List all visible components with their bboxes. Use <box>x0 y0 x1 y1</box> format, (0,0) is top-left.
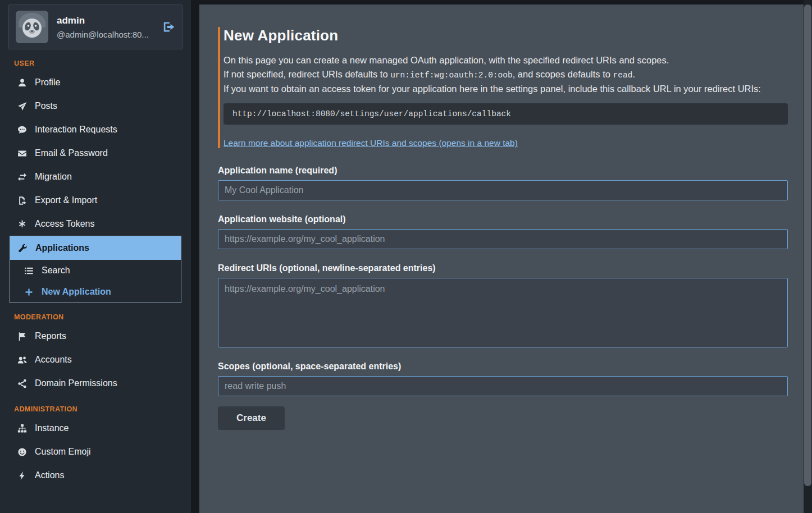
sidebar-item-label: Reports <box>35 331 66 341</box>
sidebar-item-label: Posts <box>35 101 57 111</box>
user-name: admin <box>57 15 149 26</box>
section-header-moderation: MODERATION <box>14 313 191 321</box>
plus-icon <box>24 287 34 297</box>
sidebar-item-label: Domain Permissions <box>35 378 117 388</box>
create-button[interactable]: Create <box>218 406 285 430</box>
user-icon <box>17 78 28 88</box>
scopes-input[interactable] <box>218 376 788 396</box>
scopes-label: Scopes (optional, space-separated entrie… <box>218 361 788 372</box>
sidebar-item-label: Applications <box>35 243 89 253</box>
sidebar-item-label: Instance <box>35 423 69 433</box>
main-wrap: New Application On this page you can cre… <box>191 0 812 513</box>
sidebar-item-profile[interactable]: Profile <box>0 71 191 94</box>
token-icon <box>17 219 28 229</box>
vertical-scrollbar[interactable] <box>804 0 812 513</box>
sidebar-item-reports[interactable]: Reports <box>0 324 191 348</box>
sidebar-item-applications[interactable]: Applications <box>10 236 181 260</box>
envelope-icon <box>17 149 28 158</box>
settings-page: admin @admin@localhost:80... USER Profil… <box>0 0 812 513</box>
sidebar-item-label: Accounts <box>35 355 72 365</box>
comment-icon <box>17 125 28 135</box>
application-name-label: Application name (required) <box>218 166 788 176</box>
learn-more-link[interactable]: Learn more about application redirect UR… <box>223 138 518 148</box>
applications-group: Applications Search New Application <box>10 236 181 303</box>
section-header-administration: ADMINISTRATION <box>14 405 191 413</box>
flag-icon <box>17 332 28 341</box>
sidebar-item-label: Email & Password <box>35 148 108 158</box>
main-panel: New Application On this page you can cre… <box>199 4 804 513</box>
sidebar-subitem-search[interactable]: Search <box>10 260 181 281</box>
sidebar-item-domain-permissions[interactable]: Domain Permissions <box>0 372 191 395</box>
intro-line2: If not specified, redirect URIs defaults… <box>223 67 788 83</box>
bolt-icon <box>17 471 28 480</box>
sidebar-item-export-import[interactable]: Export & Import <box>0 189 191 212</box>
page-title: New Application <box>223 27 788 44</box>
sidebar-item-interaction-requests[interactable]: Interaction Requests <box>0 118 191 141</box>
transfer-arrows-icon <box>17 172 28 182</box>
file-export-icon <box>17 196 28 205</box>
paper-plane-icon <box>17 102 28 111</box>
sidebar-section-user: USER Profile Posts Interaction Requests … <box>0 59 191 303</box>
sidebar: admin @admin@localhost:80... USER Profil… <box>0 0 191 513</box>
sidebar-item-label: Access Tokens <box>35 219 94 229</box>
sidebar-item-access-tokens[interactable]: Access Tokens <box>0 212 191 236</box>
intro-line2-suffix: . <box>632 69 635 79</box>
redirect-uris-textarea[interactable] <box>218 278 788 347</box>
users-icon <box>17 355 28 365</box>
application-website-input[interactable] <box>218 229 788 249</box>
sidebar-item-label: Actions <box>35 470 64 480</box>
sidebar-item-label: Interaction Requests <box>35 125 117 135</box>
callback-url-code: http://localhost:8080/settings/user/appl… <box>223 103 788 125</box>
sidebar-item-label: Export & Import <box>35 195 97 205</box>
user-info: admin @admin@localhost:80... <box>57 15 149 39</box>
application-name-input[interactable] <box>218 180 788 200</box>
sidebar-item-actions[interactable]: Actions <box>0 464 191 487</box>
intro-line3: If you want to obtain an access token fo… <box>223 82 788 96</box>
sitemap-icon <box>17 424 28 433</box>
sidebar-subitem-new-application[interactable]: New Application <box>10 281 181 303</box>
sidebar-item-accounts[interactable]: Accounts <box>0 348 191 372</box>
sidebar-subitem-label: New Application <box>42 287 111 297</box>
sidebar-item-migration[interactable]: Migration <box>0 165 191 189</box>
sidebar-item-email-password[interactable]: Email & Password <box>0 141 191 165</box>
user-handle: @admin@localhost:80... <box>57 30 149 39</box>
sidebar-item-label: Profile <box>35 77 60 88</box>
intro-line1: On this page you can create a new manage… <box>223 53 788 67</box>
applications-submenu: Search New Application <box>10 260 181 303</box>
sidebar-section-moderation: MODERATION Reports Accounts Domain Permi… <box>0 313 191 395</box>
sidebar-item-posts[interactable]: Posts <box>0 94 191 118</box>
sidebar-item-instance[interactable]: Instance <box>0 416 191 440</box>
intro-line2-mid: , and scopes defaults to <box>513 69 613 79</box>
sidebar-item-custom-emoji[interactable]: Custom Emoji <box>0 440 191 464</box>
redirect-uris-label: Redirect URIs (optional, newline-separat… <box>218 263 788 273</box>
intro-line2-prefix: If not specified, redirect URIs defaults… <box>223 69 390 79</box>
smiley-icon <box>17 447 28 457</box>
section-header-user: USER <box>14 59 191 67</box>
sidebar-subitem-label: Search <box>42 265 70 276</box>
list-icon <box>24 266 34 276</box>
user-card[interactable]: admin @admin@localhost:80... <box>8 4 183 49</box>
inline-code-oob: urn:ietf:wg:oauth:2.0:oob <box>390 71 513 80</box>
new-application-form: Application name (required) Application … <box>218 166 788 430</box>
sidebar-item-label: Migration <box>35 172 72 182</box>
sidebar-section-administration: ADMINISTRATION Instance Custom Emoji Act… <box>0 405 191 487</box>
share-nodes-icon <box>17 379 28 388</box>
avatar <box>16 11 48 43</box>
sidebar-item-label: Custom Emoji <box>35 447 91 457</box>
intro-section: New Application On this page you can cre… <box>218 27 788 148</box>
scrollbar-thumb[interactable] <box>804 4 811 486</box>
application-website-label: Application website (optional) <box>218 214 788 225</box>
inline-code-read: read <box>613 71 633 80</box>
logout-icon[interactable] <box>163 21 175 33</box>
tools-icon <box>17 244 28 253</box>
